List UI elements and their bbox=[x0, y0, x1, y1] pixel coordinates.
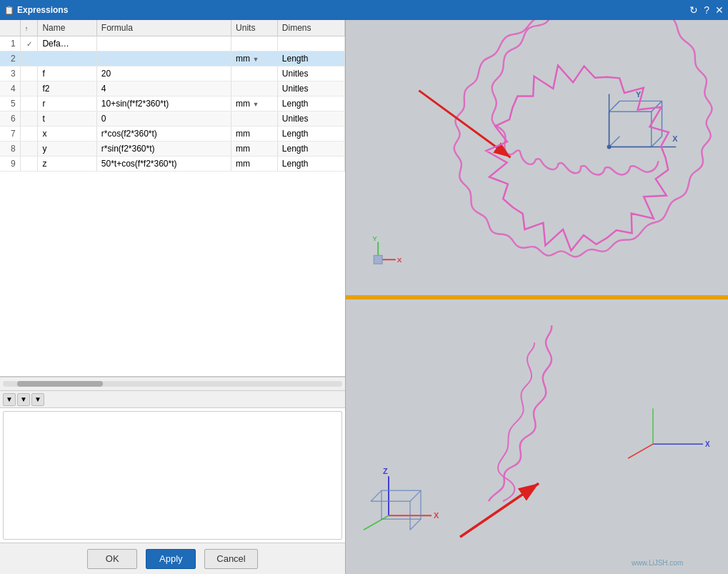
top-viewport-curves bbox=[346, 20, 728, 295]
row-name[interactable] bbox=[38, 51, 96, 66]
row-number: 3 bbox=[0, 66, 20, 81]
table-toolbar: ▼ ▼ ▼ bbox=[0, 391, 345, 408]
table-row[interactable]: 5r10+sin(f*f2*360*t)mm ▼Length bbox=[0, 97, 345, 112]
toolbar-btn-2[interactable]: ▼ bbox=[17, 393, 30, 406]
left-panel: ↑ Name Formula Units Dimens 1✓Defa…2mm ▼… bbox=[0, 20, 346, 574]
row-dimensions: Unitles bbox=[277, 112, 344, 127]
row-formula[interactable]: 10+sin(f*f2*360*t) bbox=[96, 97, 231, 112]
table-row[interactable]: 1✓Defa… bbox=[0, 36, 345, 51]
scrollbar-thumb[interactable] bbox=[17, 381, 103, 387]
table-row[interactable]: 6t0Unitles bbox=[0, 112, 345, 127]
row-checkbox[interactable]: ✓ bbox=[20, 36, 38, 51]
row-units[interactable] bbox=[231, 81, 278, 97]
close-icon[interactable]: ✕ bbox=[715, 5, 724, 15]
col-header-units[interactable]: Units bbox=[231, 20, 278, 36]
title-bar: 📋 Expressions ↻ ? ✕ bbox=[0, 0, 728, 20]
row-checkbox[interactable] bbox=[20, 97, 38, 112]
row-name[interactable]: f bbox=[38, 66, 96, 81]
row-units[interactable]: mm bbox=[231, 127, 278, 142]
viewport-bottom[interactable]: Z X X bbox=[346, 297, 728, 575]
units-value: mm bbox=[236, 54, 250, 64]
row-checkbox[interactable] bbox=[20, 157, 38, 172]
units-dropdown-arrow[interactable]: ▼ bbox=[252, 56, 259, 63]
row-checkbox[interactable] bbox=[20, 112, 38, 127]
row-units[interactable]: mm bbox=[231, 142, 278, 157]
main-container: ↑ Name Formula Units Dimens 1✓Defa…2mm ▼… bbox=[0, 20, 728, 574]
row-dimensions: Length bbox=[277, 142, 344, 157]
apply-button[interactable]: Apply bbox=[146, 549, 196, 569]
row-checkbox[interactable] bbox=[20, 51, 38, 66]
col-header-dimensions[interactable]: Dimens bbox=[277, 20, 344, 36]
table-row[interactable]: 9z50*t+cos(f*f2*360*t)mmLength bbox=[0, 157, 345, 172]
row-checkbox[interactable] bbox=[20, 127, 38, 142]
svg-text:Z: Z bbox=[383, 467, 388, 475]
row-number: 2 bbox=[0, 51, 20, 66]
table-row[interactable]: 8yr*sin(f2*360*t)mmLength bbox=[0, 142, 345, 157]
row-dimensions: Length bbox=[277, 157, 344, 172]
col-header-formula[interactable]: Formula bbox=[96, 20, 231, 36]
row-dimensions bbox=[277, 36, 344, 51]
row-units[interactable]: mm bbox=[231, 157, 278, 172]
table-row[interactable]: 4f24Unitles bbox=[0, 81, 345, 97]
help-icon[interactable]: ? bbox=[704, 5, 709, 15]
row-number: 5 bbox=[0, 97, 20, 112]
svg-text:X: X bbox=[705, 440, 710, 448]
row-formula[interactable]: 50*t+cos(f*f2*360*t) bbox=[96, 157, 231, 172]
table-header-row: ↑ Name Formula Units Dimens bbox=[0, 20, 345, 36]
row-name[interactable]: t bbox=[38, 112, 96, 127]
toolbar-btn-3[interactable]: ▼ bbox=[31, 393, 44, 406]
right-panel: X Y X Y bbox=[346, 20, 728, 574]
row-number: 8 bbox=[0, 142, 20, 157]
row-name[interactable]: z bbox=[38, 157, 96, 172]
toolbar-btn-1[interactable]: ▼ bbox=[3, 393, 16, 406]
row-number: 4 bbox=[0, 81, 20, 97]
expression-editor[interactable] bbox=[3, 411, 342, 540]
row-name[interactable]: y bbox=[38, 142, 96, 157]
row-dimensions: Length bbox=[277, 97, 344, 112]
row-dimensions: Length bbox=[277, 51, 344, 66]
row-dimensions: Length bbox=[277, 127, 344, 142]
table-row[interactable]: 7xr*cos(f2*360*t)mmLength bbox=[0, 127, 345, 142]
row-units[interactable]: mm ▼ bbox=[231, 97, 278, 112]
row-formula[interactable]: 4 bbox=[96, 81, 231, 97]
col-header-name[interactable]: Name bbox=[38, 20, 96, 36]
row-name[interactable]: Defa… bbox=[38, 36, 96, 51]
units-dropdown-arrow[interactable]: ▼ bbox=[252, 101, 259, 108]
svg-text:X: X bbox=[434, 511, 439, 520]
window-title: Expressions bbox=[17, 5, 689, 15]
units-value: mm bbox=[236, 99, 250, 109]
row-name[interactable]: x bbox=[38, 127, 96, 142]
row-number: 1 bbox=[0, 36, 20, 51]
row-checkbox[interactable] bbox=[20, 142, 38, 157]
row-formula[interactable]: r*cos(f2*360*t) bbox=[96, 127, 231, 142]
expressions-table: ↑ Name Formula Units Dimens 1✓Defa…2mm ▼… bbox=[0, 20, 345, 172]
table-row[interactable]: 2mm ▼Length bbox=[0, 51, 345, 66]
row-name[interactable]: f2 bbox=[38, 81, 96, 97]
cancel-button[interactable]: Cancel bbox=[204, 549, 257, 569]
row-units[interactable]: mm ▼ bbox=[231, 51, 278, 66]
viewport-top[interactable]: X Y X Y bbox=[346, 20, 728, 297]
row-dimensions: Unitles bbox=[277, 81, 344, 97]
row-number: 6 bbox=[0, 112, 20, 127]
expressions-table-container: ↑ Name Formula Units Dimens 1✓Defa…2mm ▼… bbox=[0, 20, 345, 377]
row-formula[interactable] bbox=[96, 36, 231, 51]
row-formula[interactable] bbox=[96, 51, 231, 66]
col-num bbox=[0, 20, 20, 36]
svg-text:www.LiJSH.com: www.LiJSH.com bbox=[631, 559, 683, 567]
row-name[interactable]: r bbox=[38, 97, 96, 112]
row-formula[interactable]: 20 bbox=[96, 66, 231, 81]
row-units[interactable] bbox=[231, 112, 278, 127]
row-checkbox[interactable] bbox=[20, 81, 38, 97]
table-row[interactable]: 3f20Unitles bbox=[0, 66, 345, 81]
row-formula[interactable]: 0 bbox=[96, 112, 231, 127]
horizontal-scrollbar[interactable] bbox=[3, 381, 342, 387]
row-units[interactable] bbox=[231, 66, 278, 81]
row-formula[interactable]: r*sin(f2*360*t) bbox=[96, 142, 231, 157]
horizontal-scrollbar-area bbox=[0, 377, 345, 391]
sort-icon: ↑ bbox=[25, 25, 29, 32]
refresh-icon[interactable]: ↻ bbox=[689, 5, 698, 15]
ok-button[interactable]: OK bbox=[87, 549, 137, 569]
bottom-bar: OK Apply Cancel bbox=[0, 543, 345, 574]
row-units[interactable] bbox=[231, 36, 278, 51]
row-checkbox[interactable] bbox=[20, 66, 38, 81]
